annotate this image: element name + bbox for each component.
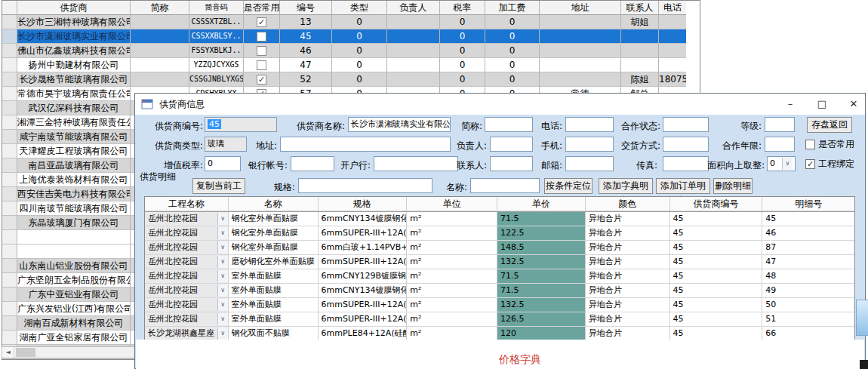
unchecked-checkbox-icon[interactable] [257,46,266,56]
phone-field[interactable] [565,117,614,132]
column-header[interactable]: 编号 [280,1,332,15]
address-field[interactable] [280,137,451,152]
column-header[interactable]: 联系人 [621,1,659,15]
scroll-left-icon[interactable]: ◄ [2,347,14,358]
contact-field[interactable] [490,156,533,171]
supplier-row[interactable]: 长沙市潇湘玻璃实业有限公司CSSXXBLSY..45000 [2,29,700,44]
supplier-row[interactable]: 佛山市亿鑫玻璃科技有限公司FSSYXBLKJ..46000 [2,44,700,58]
scrollbar-thumb[interactable] [16,348,35,357]
column-header[interactable]: 是否常用 [244,1,280,15]
common-use-cell [244,29,280,44]
unchecked-checkbox-icon[interactable] [257,32,266,42]
grid-column-header[interactable]: 供货商编号 [670,197,763,211]
detail-no-cell: 87 [762,241,854,255]
chevron-down-icon[interactable]: ∨ [217,327,228,340]
chevron-down-icon[interactable]: ∨ [217,270,228,282]
locate-button[interactable]: 按条件定位 [544,178,593,194]
column-header[interactable]: 税率 [440,1,485,15]
minimize-button[interactable]: – [778,94,802,115]
grid-column-header[interactable]: 名称 [229,197,319,211]
chevron-down-icon[interactable]: ∨ [782,158,793,170]
grid-column-header[interactable]: 规格 [319,197,408,211]
project-combo-cell[interactable]: ∨岳州北控花园 [145,269,229,284]
delete-detail-button[interactable]: 删除明细 [713,178,753,194]
detail-row[interactable]: ∨岳州北控花园钢化室外单面贴膜6mmCNY134镀膜钢化m²71.5异地合片45… [145,212,854,226]
contact-cell [621,58,659,72]
abbr-field[interactable] [485,117,533,132]
name-filter-field[interactable] [470,178,540,193]
supplier-row[interactable]: 长沙晟格节能玻璃有限公司CSSGJNBLYXGS✓52000陈姐180751 [2,72,700,87]
checked-checkbox-icon[interactable]: ✓ [257,75,266,85]
round-up-combo[interactable]: 0∨ [767,156,796,171]
detail-row[interactable]: ∨岳州北控花园磨砂钢化室外单面贴膜6mmSUPER-III+12A(硅...m²… [145,255,854,269]
grid-column-header[interactable]: 工程名称 [145,197,229,211]
delivery-field[interactable] [663,137,709,152]
add-dict-detail-button[interactable]: 添加字典明细 [599,178,653,194]
column-header[interactable]: 地址 [540,1,621,15]
fax-field[interactable] [663,156,709,171]
detail-row[interactable]: ∨岳州北控花园室外单面贴膜6mmSUPER-III+12A(硅...m²126.… [145,312,854,327]
detail-row[interactable]: ∨岳州北控花园室外单面贴膜6mmSUPER-III+12A(硅...m²132.… [145,298,854,312]
unchecked-checkbox-icon[interactable] [257,60,266,70]
chevron-down-icon[interactable]: ∨ [217,241,228,254]
supplier-row[interactable]: 长沙市三湘特种玻璃有限公司CSSSXTZBL..✓13000胡姐 [2,15,700,29]
project-combo-cell[interactable]: ∨岳州北控花园 [145,212,229,226]
bank-field[interactable] [374,156,458,171]
add-order-detail-button[interactable]: 添加订单明细 [656,178,710,194]
supplier-row[interactable]: 扬州中勤建材有限公司YZZQJCYXGS47000 [2,58,700,72]
detail-row[interactable]: ∨岳州北控花园室外单面贴膜6mmCNY134镀膜钢化m²71.5异地合片4549 [145,284,854,298]
project-combo-cell[interactable]: ∨岳州北控花园 [145,312,229,327]
coop-years-field[interactable] [765,137,795,152]
project-combo-cell[interactable]: ∨岳州北控花园 [145,241,229,255]
grade-field[interactable] [765,117,795,132]
checkbox-icon[interactable]: ✓ [805,159,815,169]
project-bind-checkbox[interactable]: ✓ 工程绑定 [805,156,854,171]
common-use-checkbox[interactable]: 是否常用 [805,137,854,152]
project-combo-cell[interactable]: ∨岳州北控花园 [145,298,229,312]
column-header[interactable]: 供货商 [17,1,131,15]
vat-field[interactable]: 0 [205,156,241,171]
checked-checkbox-icon[interactable]: ✓ [257,17,266,27]
detail-row[interactable]: ∨岳州北控花园钢化室外单面贴膜6mm白玻+1.14PVB+6mm...m²148… [145,241,854,255]
manager-field[interactable] [490,137,533,152]
project-combo-cell[interactable]: ∨岳州北控花园 [145,284,229,298]
column-header[interactable]: 简音码 [189,1,244,15]
supplier-no-field[interactable]: 45 [205,117,277,132]
supplier-no-cell: 45 [670,241,763,255]
detail-row[interactable]: ∨岳州北控花园钢化室外单面贴膜6mmSUPER-III+12A(硅...m²12… [145,226,854,241]
mobile-field[interactable] [565,137,614,152]
column-header[interactable]: 电话 [659,1,686,15]
column-header[interactable]: 简称 [131,1,189,15]
supplier-type-field[interactable]: 玻璃 [205,137,247,152]
chevron-down-icon[interactable]: ∨ [217,256,228,268]
grid-column-header[interactable]: 颜色 [586,197,670,211]
column-header[interactable]: 负责人 [387,1,440,15]
dialog-titlebar[interactable]: 供货商信息 – □ ✕ [135,94,865,115]
project-combo-cell[interactable]: ∨岳州北控花园 [145,255,229,269]
save-return-button[interactable]: 存盘返回 [807,117,852,133]
spec-filter-field[interactable] [298,178,432,193]
chevron-down-icon[interactable]: ∨ [217,299,228,311]
coop-status-field[interactable] [663,117,709,132]
supplier-name-field[interactable]: 长沙市潇湘玻璃实业有限公司 [348,117,451,132]
chevron-down-icon[interactable]: ∨ [217,227,228,239]
grid-column-header[interactable]: 明细号 [762,197,854,211]
grid-column-header[interactable]: 单位 [407,197,497,211]
horizontal-scrollbar[interactable]: ◄ [2,346,140,358]
chevron-down-icon[interactable]: ∨ [217,313,228,325]
detail-row[interactable]: ∨岳州北控花园室外单面贴膜6mmCNY129B镀膜钢化m²71.5异地合片454… [145,269,854,284]
close-button[interactable]: ✕ [842,94,866,115]
price-cell: 71.5 [497,284,586,298]
maximize-button[interactable]: □ [810,94,834,115]
bank-account-field[interactable] [291,156,334,171]
column-header[interactable]: 加工费 [485,1,540,15]
email-field[interactable] [565,156,614,171]
copy-project-button[interactable]: 复制当前工程 [192,178,245,194]
name-cell: 磨砂钢化室外单面贴膜 [229,255,319,269]
project-combo-cell[interactable]: ∨岳州北控花园 [145,226,229,241]
chevron-down-icon[interactable]: ∨ [217,284,228,297]
chevron-down-icon[interactable]: ∨ [217,213,228,225]
checkbox-icon[interactable] [805,140,815,149]
column-header[interactable]: 类型 [332,1,387,15]
grid-column-header[interactable]: 单价 [497,197,586,211]
